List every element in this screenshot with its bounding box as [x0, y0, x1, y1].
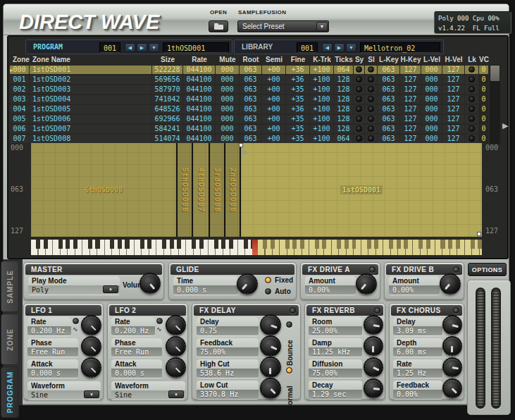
- column-header[interactable]: K-Trk: [310, 56, 334, 64]
- fx-reverb-diffusion-field[interactable]: Diffusion 75.00%: [309, 359, 362, 378]
- keyboard-root-key-marker[interactable]: [252, 240, 258, 255]
- glide-time-field[interactable]: Time 0.000 s: [173, 276, 238, 295]
- fx-drive-a-led[interactable]: [369, 266, 376, 273]
- fx-drive-a-amount-field[interactable]: Amount 0.00%: [305, 276, 356, 295]
- table-row[interactable]: 0061stOSD007584241044100000063+00+35+100…: [10, 124, 489, 134]
- fx-delay-feedback-knob[interactable]: [260, 335, 281, 357]
- fx-chorus-depth-field[interactable]: Depth 6.00 ms: [393, 338, 442, 357]
- library-number[interactable]: 001: [297, 42, 318, 53]
- sy-indicator[interactable]: [356, 86, 362, 92]
- preset-dropdown[interactable]: Select Preset ▼: [237, 20, 329, 32]
- library-next-button[interactable]: ▶: [334, 43, 345, 52]
- column-header[interactable]: Sy: [354, 56, 365, 64]
- fx-reverb-damp-knob[interactable]: [364, 336, 383, 356]
- column-header[interactable]: Root: [240, 56, 262, 64]
- column-header[interactable]: L-Vel: [421, 56, 442, 64]
- table-row[interactable]: 0021stOSD003587970044100000063+00+35+100…: [10, 85, 489, 94]
- lfo1-phase-field[interactable]: Phase Free Run: [27, 338, 78, 357]
- fx-drive-a-knob[interactable]: [356, 273, 377, 295]
- library-menu-button[interactable]: ▼: [346, 43, 356, 52]
- keyboard-left[interactable]: [31, 240, 252, 255]
- fx-delay-time-knob[interactable]: [260, 314, 281, 335]
- library-name-field[interactable]: Mellotron_02: [360, 42, 440, 53]
- column-header[interactable]: Rate: [183, 56, 216, 64]
- fx-drive-b-amount-field[interactable]: Amount 0.00%: [389, 276, 440, 295]
- lfo2-phase-field[interactable]: Phase Free Run: [111, 338, 162, 357]
- fx-chorus-rate-field[interactable]: Rate 1.25 Hz: [393, 359, 442, 378]
- column-header[interactable]: H-Vel: [442, 56, 465, 64]
- glide-time-knob[interactable]: [237, 273, 258, 295]
- sl-indicator[interactable]: [368, 86, 374, 92]
- fx-chorus-delay-field[interactable]: Delay 3.09 ms: [393, 317, 442, 335]
- tab-sample[interactable]: SAMPLE: [1, 261, 19, 312]
- fx-reverb-damp-field[interactable]: Damp 11.25 kHz: [309, 338, 362, 357]
- sl-indicator[interactable]: [368, 76, 374, 82]
- table-row[interactable]: 0071stOSD008514074044100000063+00+35+100…: [10, 134, 489, 144]
- fx-delay-normal-radio[interactable]: [286, 367, 292, 373]
- column-header[interactable]: Lk: [465, 56, 479, 64]
- table-row[interactable]: 000▶1stOSD001522228044100000063+00+36+10…: [10, 65, 489, 75]
- column-header[interactable]: Semi: [262, 56, 286, 64]
- fx-chorus-depth-knob[interactable]: [442, 336, 462, 356]
- sl-indicator[interactable]: [368, 106, 374, 112]
- sy-indicator[interactable]: [356, 76, 362, 82]
- glide-auto-radio[interactable]: [265, 288, 271, 295]
- zone-region[interactable]: 5thOSD008: [176, 143, 192, 237]
- zone-region-selected[interactable]: 1stOSD001: [240, 143, 482, 237]
- lk-indicator[interactable]: [469, 96, 475, 102]
- sy-indicator[interactable]: [356, 96, 362, 102]
- lfo2-waveform-dropdown[interactable]: Waveform Sine ▼: [111, 381, 185, 400]
- column-header[interactable]: Size: [152, 56, 183, 64]
- table-row[interactable]: 0051stOSD006692966044100000063+00+35+100…: [10, 114, 489, 124]
- fx-delay-lowcut-field[interactable]: Low Cut 3370.8 Hz: [197, 381, 259, 399]
- column-header[interactable]: Ticks: [334, 56, 354, 64]
- column-header[interactable]: Zone Name: [30, 56, 152, 64]
- lk-indicator[interactable]: [469, 125, 475, 132]
- fx-delay-time-field[interactable]: Delay 0.75: [197, 317, 259, 335]
- column-header[interactable]: Mute: [216, 56, 240, 64]
- play-mode-dropdown[interactable]: Play Mode Poly ▼: [28, 276, 120, 295]
- lk-indicator[interactable]: [469, 116, 475, 122]
- fx-delay-highcut-field[interactable]: High Cut 538.6 Hz: [197, 359, 259, 378]
- program-prev-button[interactable]: ◀: [125, 43, 135, 52]
- keyboard-zone-range[interactable]: [258, 240, 482, 255]
- lfo1-attack-knob[interactable]: [81, 357, 101, 378]
- sy-indicator[interactable]: [356, 125, 362, 132]
- program-name-field[interactable]: 1thOSD001: [163, 42, 229, 53]
- column-header[interactable]: Zone: [10, 56, 30, 64]
- sy-indicator[interactable]: [356, 135, 362, 142]
- chevron-down-icon[interactable]: ▼: [316, 22, 328, 31]
- lk-indicator[interactable]: [469, 135, 475, 142]
- fx-drive-b-led[interactable]: [453, 266, 459, 273]
- fx-reverb-led[interactable]: [374, 307, 380, 314]
- lfo2-attack-field[interactable]: Attack 0.000 s: [111, 359, 162, 378]
- lfo1-waveform-dropdown[interactable]: Waveform Sine ▼: [27, 381, 101, 400]
- sl-indicator[interactable]: [368, 66, 374, 73]
- table-row[interactable]: 0031stOSD004741042044100000063+00+35+100…: [10, 94, 489, 104]
- fx-delay-bounce-radio[interactable]: [286, 321, 292, 328]
- sl-indicator[interactable]: [368, 116, 374, 122]
- fx-chorus-delay-knob[interactable]: [442, 315, 462, 335]
- fx-chorus-led[interactable]: [453, 307, 459, 314]
- glide-fixed-radio[interactable]: [265, 277, 271, 283]
- lfo2-rate-field[interactable]: Rate 0.200 Hz: [111, 317, 155, 335]
- column-header[interactable]: Fine: [286, 56, 310, 64]
- sy-indicator[interactable]: [356, 106, 362, 112]
- fx-reverb-room-knob[interactable]: [364, 315, 383, 335]
- lk-indicator[interactable]: [469, 76, 475, 82]
- library-prev-button[interactable]: ◀: [322, 43, 333, 52]
- fx-delay-highcut-knob[interactable]: [260, 357, 281, 378]
- fx-chorus-rate-knob[interactable]: [442, 357, 462, 377]
- fx-drive-b-knob[interactable]: [440, 273, 461, 295]
- fx-chorus-feedback-field[interactable]: Feedback 0.00%: [393, 381, 442, 399]
- column-header[interactable]: L-Key: [378, 56, 400, 64]
- zone-region[interactable]: 3rdOSD008: [209, 143, 224, 237]
- lfo1-rate-field[interactable]: Rate 0.200 Hz: [27, 317, 71, 335]
- program-number[interactable]: 001: [99, 42, 120, 53]
- fx-reverb-room-field[interactable]: Room 25.00%: [309, 317, 362, 335]
- lfo2-rate-knob[interactable]: [166, 315, 186, 335]
- sl-indicator[interactable]: [368, 135, 374, 142]
- chevron-down-icon[interactable]: ▼: [168, 390, 184, 398]
- table-row[interactable]: 0011stOSD002569656044100000063+00+36+100…: [10, 75, 489, 85]
- scrollbar-thumb[interactable]: [490, 66, 500, 81]
